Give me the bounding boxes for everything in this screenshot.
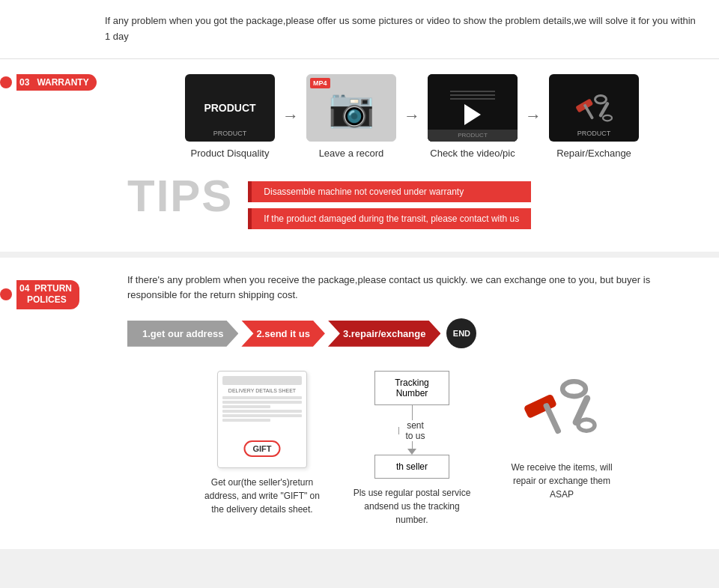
tips-list: Disassemble machine not covered under wa… — [248, 174, 531, 229]
return-flow-delivery: DELIVERY DETAILS SHEET GIFT Get our(the … — [202, 371, 322, 516]
tracking-line-v — [398, 427, 399, 434]
monitor-lines — [450, 91, 495, 100]
flow-caption-repair: Repair/Exchange — [556, 148, 631, 159]
warranty-flow-diagram: PRODUCT PRODUCT Product Disquality → MP4… — [127, 74, 697, 159]
delivery-caption: Get our(the seller's)return address, and… — [202, 476, 322, 516]
sheet-header — [222, 376, 302, 385]
return-badge-label: 04 PRTURN POLICES — [16, 280, 79, 309]
return-notice: If there's any problem when you receive … — [127, 273, 697, 304]
tracking-number-box: TrackingNumber — [374, 371, 449, 405]
warranty-badge-number: 03 — [19, 77, 29, 88]
tools-large-icon — [521, 371, 603, 453]
sheet-title: DELIVERY DETAILS SHEET — [222, 388, 302, 393]
product-sublabel: PRODUCT — [213, 130, 247, 137]
video-bottom-label: PRODUCT — [458, 132, 488, 139]
tracking-arrow-down — [407, 449, 416, 455]
flow-caption-product: Product Disquality — [191, 148, 270, 159]
tip-item-2: If the product damaged during the transi… — [248, 208, 531, 229]
step-3: 3.repair/exchange — [328, 321, 441, 347]
return-badge-number: 04 — [19, 283, 29, 294]
warranty-content: PRODUCT PRODUCT Product Disquality → MP4… — [127, 74, 697, 229]
step-2: 2.send it us — [241, 321, 325, 347]
return-badge: 04 PRTURN POLICES — [0, 280, 79, 309]
mp4-icon-box: MP4 📷 — [306, 74, 396, 142]
tools-icon-box: PRODUCT — [549, 74, 639, 142]
tip-item-1: Disassemble machine not covered under wa… — [248, 181, 531, 202]
sheet-line — [222, 401, 302, 404]
step-1: 1.get our address — [127, 321, 238, 347]
svg-point-2 — [595, 95, 607, 103]
sheet-line — [222, 396, 302, 399]
product-icon-box: PRODUCT PRODUCT — [185, 74, 275, 142]
tracking-seller-label: th seller — [396, 461, 428, 472]
monitor-line-3 — [450, 98, 495, 100]
video-icon-box: PRODUCT — [428, 74, 518, 142]
arrow-2: → — [404, 106, 420, 126]
product-icon-label: PRODUCT — [204, 102, 255, 114]
warranty-section: 03 WARRANTY PRODUCT PRODUCT Product Disq… — [0, 59, 719, 252]
warranty-badge-text: WARRANTY — [37, 77, 88, 88]
top-notice-text: If any problem when you got the package,… — [105, 15, 696, 42]
warranty-badge: 03 WARRANTY — [0, 74, 97, 91]
return-flow-tools: We receive the items, will repair or exc… — [502, 371, 622, 501]
tools-product-label: PRODUCT — [577, 130, 611, 137]
gift-badge: GIFT — [243, 440, 280, 457]
tracking-number-label: TrackingNumber — [395, 378, 429, 398]
flow-caption-mp4: Leave a record — [319, 148, 384, 159]
flow-item-video: PRODUCT Check the video/pic — [428, 74, 518, 159]
tracking-diagram: TrackingNumber sentto us th seller — [374, 371, 449, 479]
tools-svg-icon — [571, 85, 616, 130]
sheet-line — [222, 414, 302, 417]
tracking-caption: Pls use regular postal service andsend u… — [352, 486, 472, 527]
arrow-1: → — [282, 106, 299, 126]
tracking-line-2 — [412, 441, 413, 449]
monitor-line-1 — [450, 91, 495, 92]
tools-caption: We receive the items, will repair or exc… — [502, 461, 622, 501]
sheet-line — [222, 410, 302, 413]
badge-dot — [0, 76, 12, 88]
monitor-screen: PRODUCT — [428, 74, 518, 142]
play-icon — [464, 104, 481, 125]
flow-item-mp4: MP4 📷 Leave a record — [306, 74, 396, 159]
flow-item-product: PRODUCT PRODUCT Product Disquality — [185, 74, 275, 159]
arrow-3: → — [525, 106, 541, 126]
svg-point-4 — [603, 115, 612, 121]
sheet-lines — [222, 396, 302, 422]
mp4-badge: MP4 — [310, 78, 330, 88]
svg-point-7 — [562, 381, 586, 396]
tracking-seller-box: th seller — [374, 455, 449, 479]
return-steps: 1.get our address 2.send it us 3.repair/… — [127, 318, 697, 348]
camera-icon: 📷 — [328, 86, 374, 130]
top-notice: If any problem when you got the package,… — [0, 0, 719, 59]
delivery-sheet: DELIVERY DETAILS SHEET GIFT — [217, 371, 307, 468]
sheet-line — [222, 419, 270, 422]
sheet-line — [222, 405, 270, 408]
monitor-line-2 — [450, 94, 495, 96]
tracking-sent-row: sentto us — [398, 420, 425, 441]
flow-item-repair: PRODUCT Repair/Exchange — [549, 74, 639, 159]
flow-caption-video: Check the video/pic — [430, 148, 515, 159]
return-section: 04 PRTURN POLICES If there's any problem… — [0, 258, 719, 550]
return-flow-tracking: TrackingNumber sentto us th seller — [352, 371, 472, 527]
page-wrapper: If any problem when you got the package,… — [0, 0, 719, 549]
return-badge-dot — [0, 288, 12, 300]
svg-point-9 — [578, 419, 595, 431]
warranty-badge-label: 03 WARRANTY — [16, 74, 97, 91]
tips-section: TIPS Disassemble machine not covered und… — [127, 174, 697, 229]
monitor-bottom-bar: PRODUCT — [428, 130, 518, 142]
tracking-sent-text: sentto us — [405, 420, 425, 441]
tips-title: TIPS — [127, 174, 233, 219]
return-flow: DELIVERY DETAILS SHEET GIFT Get our(the … — [127, 371, 697, 527]
tracking-line-1 — [412, 405, 413, 420]
end-badge: END — [446, 318, 476, 348]
